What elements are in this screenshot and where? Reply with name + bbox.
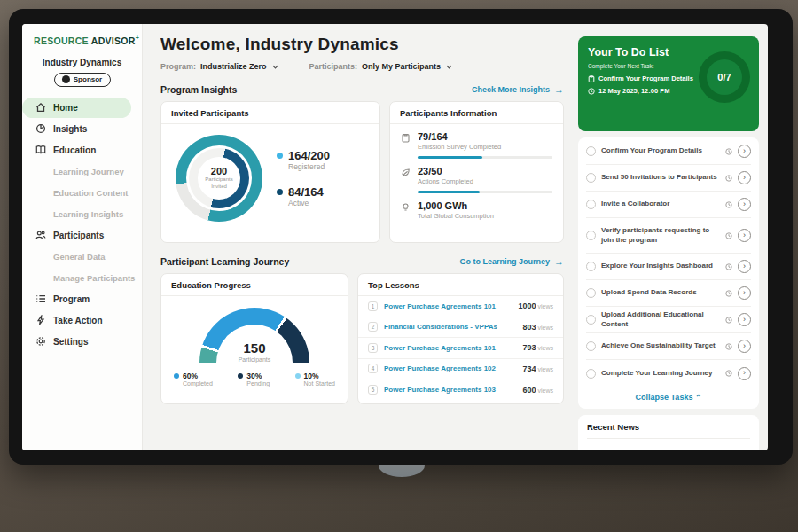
stat-emission-survey: 79/164 Emission Survey Completed (390, 124, 563, 159)
progress-track (418, 191, 552, 193)
stat-global-consumption: 1,000 GWh Total Global Consumption (390, 193, 563, 220)
sidebar-item-participants[interactable]: Participants (22, 225, 142, 246)
sidebar-item-learning-journey[interactable]: Learning Journey (22, 161, 142, 182)
clock-icon (725, 343, 732, 350)
recent-news-card: Recent News (578, 415, 759, 450)
task-checkbox[interactable] (586, 288, 596, 298)
todo-task-1: Confirm Your Program Details › (586, 138, 751, 165)
participants-information-card: Participants Information 79/164 Emission… (389, 101, 564, 243)
chevron-up-icon: ⌄ (695, 393, 702, 402)
sponsor-badge[interactable]: Sponsor (54, 73, 111, 87)
views-count: 793 views (523, 343, 554, 352)
home-icon (35, 102, 46, 113)
sidebar-item-learning-insights[interactable]: Learning Insights (22, 204, 142, 224)
todo-task-2: Send 50 Invitations to Participants › (586, 165, 751, 192)
task-open-button[interactable]: › (738, 340, 751, 353)
task-open-button[interactable]: › (738, 260, 751, 273)
clipboard-icon (588, 75, 595, 82)
task-open-button[interactable]: › (738, 171, 751, 184)
lesson-row-2[interactable]: 2 Financial Considerations - VPPAs 803 v… (358, 317, 563, 339)
filter-bar: Program: Industrialize Zero Participants… (160, 62, 564, 71)
todo-task-9: Complete Your Learning Journey › (586, 360, 751, 387)
task-checkbox[interactable] (586, 200, 596, 209)
sidebar-item-home[interactable]: Home (22, 98, 131, 118)
task-checkbox[interactable] (586, 231, 596, 240)
sidebar-item-education[interactable]: Education (22, 140, 142, 160)
task-open-button[interactable]: › (738, 313, 751, 326)
task-checkbox[interactable] (586, 146, 596, 156)
clock-icon (725, 263, 732, 270)
donut-center: 200 Participants Invited (198, 157, 240, 200)
section-title-learning-journey: Participant Learning Journey (160, 256, 289, 267)
participants-filter-dropdown[interactable]: Participants: Only My Participants (309, 62, 454, 71)
task-open-button[interactable]: › (738, 229, 751, 242)
go-to-learning-journey-link[interactable]: Go to Learning Journey → (459, 256, 564, 267)
lesson-link[interactable]: Power Purchase Agreements 101 (384, 302, 512, 310)
todo-datetime: 12 May 2025, 12:00 PM (588, 87, 693, 95)
rank-badge: 3 (368, 343, 378, 353)
survey-icon (401, 133, 411, 159)
leaf-icon (401, 168, 411, 193)
lesson-link[interactable]: Power Purchase Agreements 101 (384, 344, 517, 352)
rank-badge: 4 (368, 364, 378, 373)
recent-news-title: Recent News (587, 422, 750, 439)
list-icon (35, 293, 46, 304)
lesson-row-4[interactable]: 4 Power Purchase Agreements 102 734 view… (358, 359, 563, 380)
sidebar-item-manage-participants[interactable]: Manage Participants (22, 268, 142, 288)
lesson-link[interactable]: Power Purchase Agreements 102 (384, 364, 517, 372)
views-count: 600 views (523, 386, 554, 395)
task-open-button[interactable]: › (738, 145, 751, 158)
todo-subtitle: Complete Your Next Task: (588, 63, 693, 69)
todo-task-8: Achieve One Sustainability Target › (586, 333, 751, 360)
sponsor-icon (62, 75, 70, 83)
legend-registered: 164/200 Registered (277, 149, 330, 171)
desk-background: RESOURCE ADVISOR+ Industry Dynamics Spon… (0, 0, 798, 532)
lesson-row-5[interactable]: 5 Power Purchase Agreements 103 600 view… (358, 379, 563, 401)
todo-task-4: Verify participants requesting to join t… (586, 218, 751, 254)
sidebar-item-general-data[interactable]: General Data (22, 246, 142, 267)
rank-badge: 2 (368, 322, 378, 332)
education-progress-card: Education Progress 150 Participants (160, 273, 348, 404)
lesson-row-1[interactable]: 1 Power Purchase Agreements 101 1000 vie… (358, 296, 563, 317)
card-title: Top Lessons (358, 274, 563, 296)
gauge-center: 150 Participants (200, 341, 309, 363)
todo-task-list: Confirm Your Program Details › Send 50 I… (578, 137, 759, 409)
task-checkbox[interactable] (586, 341, 596, 351)
lesson-link[interactable]: Power Purchase Agreements 103 (384, 386, 517, 394)
task-open-button[interactable]: › (738, 286, 751, 300)
clock-icon (725, 290, 732, 297)
todo-task-5: Explore Your Insights Dashboard › (586, 254, 751, 280)
task-checkbox[interactable] (586, 173, 596, 183)
sidebar-item-settings[interactable]: Settings (22, 332, 142, 352)
task-checkbox[interactable] (586, 262, 596, 271)
sidebar-item-program[interactable]: Program (22, 289, 142, 309)
sidebar-item-education-content[interactable]: Education Content (22, 183, 142, 203)
sidebar: RESOURCE ADVISOR+ Industry Dynamics Spon… (22, 24, 143, 450)
task-checkbox[interactable] (586, 369, 596, 379)
lesson-row-3[interactable]: 3 Power Purchase Agreements 101 793 view… (358, 338, 563, 359)
program-filter-dropdown[interactable]: Program: Industrialize Zero (160, 62, 279, 71)
task-checkbox[interactable] (586, 315, 596, 325)
views-count: 1000 views (519, 301, 554, 310)
monitor-bezel: RESOURCE ADVISOR+ Industry Dynamics Spon… (9, 9, 793, 465)
task-open-button[interactable]: › (738, 367, 751, 380)
main-content: Welcome, Industry Dynamics Program: Indu… (143, 24, 575, 450)
legend-dot-pending (238, 373, 243, 379)
todo-task-6: Upload Spend Data Records › (586, 280, 751, 307)
sidebar-item-insights[interactable]: Insights (22, 119, 142, 139)
check-more-insights-link[interactable]: Check More Insights → (472, 84, 564, 95)
lesson-link[interactable]: Financial Considerations - VPPAs (384, 323, 517, 331)
clock-icon (725, 232, 732, 239)
clock-icon (725, 317, 732, 324)
legend-not-started: 10% Not Started (295, 372, 335, 387)
arrow-right-icon: → (554, 256, 564, 267)
collapse-tasks-link[interactable]: Collapse Tasks ⌄ (586, 387, 751, 405)
legend-dot-not-started (295, 373, 301, 379)
invited-participants-donut-chart: 200 Participants Invited (176, 135, 262, 222)
donut-legend: 164/200 Registered 84/164 Active (277, 149, 330, 207)
chevron-down-icon (271, 63, 279, 71)
sidebar-item-take-action[interactable]: Take Action (22, 310, 142, 331)
chevron-down-icon (445, 63, 453, 71)
views-count: 803 views (523, 323, 554, 332)
task-open-button[interactable]: › (738, 198, 751, 211)
